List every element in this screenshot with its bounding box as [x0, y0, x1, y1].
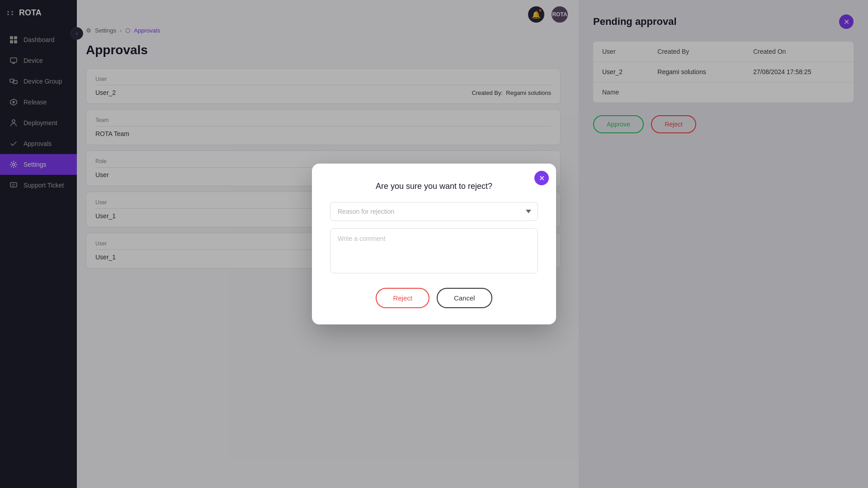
rejection-reason-select[interactable]: Reason for rejection	[330, 202, 538, 221]
modal-title: Are you sure you want to reject?	[330, 182, 538, 191]
modal-overlay: ✕ Are you sure you want to reject? Reaso…	[0, 0, 868, 488]
reject-modal: ✕ Are you sure you want to reject? Reaso…	[312, 164, 556, 324]
modal-cancel-button[interactable]: Cancel	[437, 288, 492, 308]
comment-textarea[interactable]	[330, 228, 538, 273]
modal-reject-button[interactable]: Reject	[376, 288, 429, 308]
modal-close-button[interactable]: ✕	[534, 171, 549, 185]
modal-buttons: Reject Cancel	[330, 288, 538, 308]
